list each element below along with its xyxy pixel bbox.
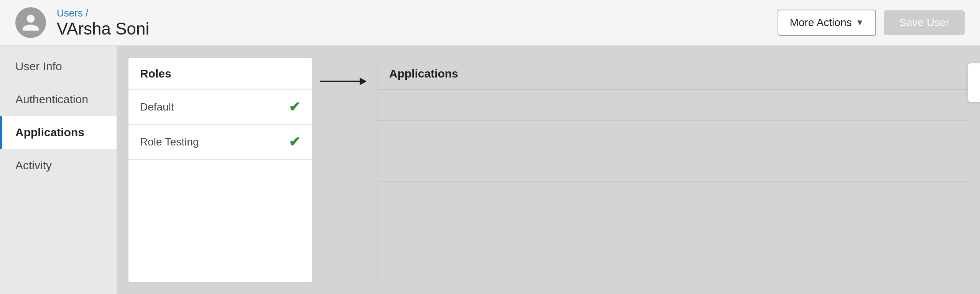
- app-row-1: [378, 90, 968, 121]
- breadcrumb[interactable]: Users /: [57, 7, 149, 19]
- sidebar: User Info Authentication Applications Ac…: [0, 46, 117, 294]
- page-title: VArsha Soni: [57, 19, 149, 38]
- role-name-testing: Role Testing: [140, 136, 199, 148]
- app-row-2: [378, 121, 968, 151]
- applications-panel-title: Applications: [389, 67, 458, 80]
- chevron-down-icon: ▼: [856, 18, 864, 28]
- role-row-default[interactable]: Default ✔: [128, 90, 312, 125]
- sidebar-item-label: Applications: [15, 126, 84, 139]
- check-icon-testing: ✔: [289, 134, 300, 150]
- arrow-separator: [320, 58, 370, 282]
- role-name-default: Default: [140, 101, 174, 113]
- more-actions-button[interactable]: More Actions ▼: [778, 10, 876, 36]
- header-title: Users / VArsha Soni: [57, 7, 149, 38]
- applications-panel: Applications +: [377, 58, 968, 282]
- sidebar-item-label: User Info: [15, 60, 62, 73]
- sidebar-item-activity[interactable]: Activity: [0, 149, 117, 182]
- apps-area: [378, 90, 968, 182]
- roles-panel-header: Roles: [128, 58, 312, 90]
- roles-panel: Roles Default ✔ Role Testing ✔: [128, 58, 312, 282]
- more-actions-label: More Actions: [790, 17, 852, 29]
- header: Users / VArsha Soni More Actions ▼ Save …: [0, 0, 980, 46]
- sidebar-item-label: Authentication: [15, 93, 88, 106]
- role-row-testing[interactable]: Role Testing ✔: [128, 125, 312, 160]
- sidebar-item-user-info[interactable]: User Info: [0, 50, 117, 83]
- save-user-button[interactable]: Save User: [884, 10, 965, 35]
- main-content: Roles Default ✔ Role Testing ✔ Applicati…: [117, 46, 980, 294]
- layout: User Info Authentication Applications Ac…: [0, 46, 980, 294]
- sidebar-item-authentication[interactable]: Authentication: [0, 83, 117, 116]
- avatar: [15, 7, 46, 38]
- check-icon-default: ✔: [289, 99, 300, 115]
- header-left: Users / VArsha Soni: [15, 7, 149, 38]
- sidebar-item-applications[interactable]: Applications: [0, 116, 117, 149]
- arrow-icon: [320, 81, 366, 82]
- add-button-wrapper: +: [968, 63, 980, 102]
- app-row-3: [378, 151, 968, 182]
- header-actions: More Actions ▼ Save User: [778, 10, 965, 36]
- sidebar-item-label: Activity: [15, 159, 52, 172]
- applications-header: Applications: [378, 58, 968, 90]
